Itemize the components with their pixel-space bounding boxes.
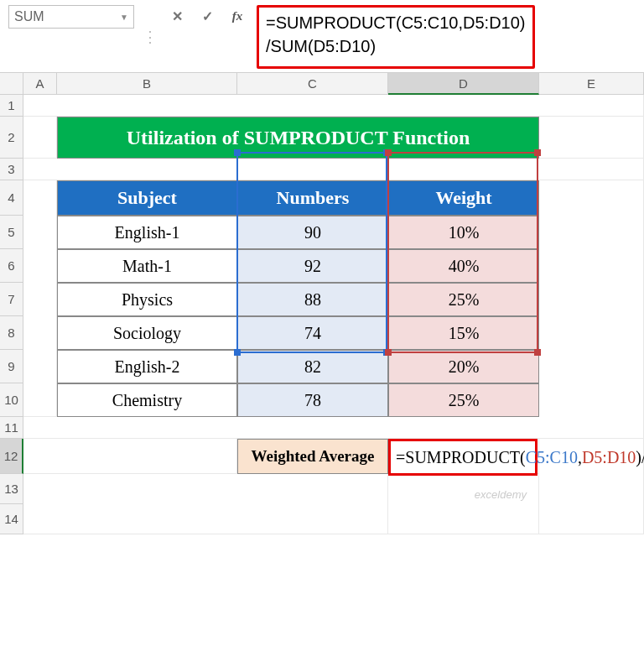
cancel-formula-button[interactable]: ✕: [166, 5, 188, 27]
cell-D12[interactable]: =SUMPRODUCT(C5:C10,D5:D10)/SUM(D5:D10): [388, 439, 539, 474]
row-head-9[interactable]: 9: [0, 350, 23, 383]
formula-bar-area: SUM ▼ ⋮ ✕ ✓ fx =SUMPRODUCT(C5:C10,D5:D10…: [0, 0, 644, 73]
cell-subject-1[interactable]: Math-1: [57, 249, 237, 283]
cell-E2[interactable]: [539, 117, 644, 159]
cell-row12-left[interactable]: [23, 439, 237, 474]
cell-bottom-left[interactable]: [23, 474, 388, 534]
col-head-C[interactable]: C: [237, 73, 388, 95]
row-head-5[interactable]: 5: [0, 216, 23, 249]
cell-weight-4[interactable]: 20%: [388, 350, 539, 383]
name-box-value: SUM: [14, 9, 44, 24]
cell-colA[interactable]: [23, 180, 57, 417]
col-head-D[interactable]: D: [388, 73, 539, 95]
cell-row3[interactable]: [23, 159, 644, 180]
name-box-dropdown-icon[interactable]: ▼: [120, 13, 128, 22]
col-head-E[interactable]: E: [539, 73, 644, 95]
spreadsheet-grid[interactable]: A B C D E 1 2 3 4 5 6 7 8 9 10 11 12 13 …: [0, 73, 644, 534]
weighted-average-label: Weighted Average: [237, 439, 388, 474]
cell-subject-4[interactable]: English-2: [57, 350, 237, 383]
cell-numbers-4[interactable]: 82: [237, 350, 388, 383]
cell-subject-2[interactable]: Physics: [57, 283, 237, 316]
cell-numbers-0[interactable]: 90: [237, 216, 388, 249]
row-head-11[interactable]: 11: [0, 417, 23, 439]
cell-weight-3[interactable]: 15%: [388, 316, 539, 350]
header-weight: Weight: [388, 180, 539, 216]
cell-weight-0[interactable]: 10%: [388, 216, 539, 249]
cell-editor[interactable]: =SUMPRODUCT(C5:C10,D5:D10)/SUM(D5:D10): [388, 439, 538, 476]
row-head-1[interactable]: 1: [0, 95, 23, 117]
cell-numbers-5[interactable]: 78: [237, 383, 388, 417]
row-head-10[interactable]: 10: [0, 383, 23, 417]
row-head-6[interactable]: 6: [0, 249, 23, 283]
cell-subject-0[interactable]: English-1: [57, 216, 237, 249]
cell-row11[interactable]: [23, 417, 644, 439]
col-head-B[interactable]: B: [57, 73, 237, 95]
formula-ref-d5d10-a: D5:: [582, 448, 607, 466]
formula-ref-c5c10: C5:C10: [526, 448, 578, 466]
cell-weight-2[interactable]: 25%: [388, 283, 539, 316]
cell-weight-5[interactable]: 25%: [388, 383, 539, 417]
row-head-4[interactable]: 4: [0, 180, 23, 216]
cell-numbers-1[interactable]: 92: [237, 249, 388, 283]
header-numbers: Numbers: [237, 180, 388, 216]
formula-line-2: /SUM(D5:D10): [266, 34, 526, 58]
divider-icon: ⋮: [143, 28, 158, 46]
cell-numbers-3[interactable]: 74: [237, 316, 388, 350]
row-head-12[interactable]: 12: [0, 439, 23, 474]
row-head-13[interactable]: 13: [0, 474, 23, 504]
formula-text: T(: [510, 448, 526, 466]
cell-weight-1[interactable]: 40%: [388, 249, 539, 283]
cell-subject-3[interactable]: Sociology: [57, 316, 237, 350]
insert-function-button[interactable]: fx: [226, 5, 248, 27]
row-head-7[interactable]: 7: [0, 283, 23, 316]
cell-colE[interactable]: [539, 180, 644, 534]
cell-subject-5[interactable]: Chemistry: [57, 383, 237, 417]
formula-text: )/SUM(: [636, 448, 644, 466]
row-head-14[interactable]: 14: [0, 504, 23, 534]
title-banner: Utilization of SUMPRODUCT Function: [57, 117, 539, 159]
cell-A2[interactable]: [23, 117, 57, 159]
cell-D13-14[interactable]: [388, 474, 539, 534]
formula-text: =SUMPRODUC: [396, 448, 510, 466]
select-all-corner[interactable]: [0, 73, 23, 95]
cell-row1[interactable]: [23, 95, 644, 117]
accept-formula-button[interactable]: ✓: [196, 5, 218, 27]
col-head-A[interactable]: A: [23, 73, 57, 95]
cell-numbers-2[interactable]: 88: [237, 283, 388, 316]
row-head-3[interactable]: 3: [0, 159, 23, 180]
row-head-2[interactable]: 2: [0, 117, 23, 159]
formula-bar-input[interactable]: =SUMPRODUCT(C5:C10,D5:D10) /SUM(D5:D10): [257, 5, 535, 69]
row-head-8[interactable]: 8: [0, 316, 23, 350]
name-box[interactable]: SUM ▼: [8, 5, 134, 29]
header-subject: Subject: [57, 180, 237, 216]
formula-line-1: =SUMPRODUCT(C5:C10,D5:D10): [266, 11, 526, 34]
formula-ref-d5d10-b: D10: [607, 448, 636, 466]
